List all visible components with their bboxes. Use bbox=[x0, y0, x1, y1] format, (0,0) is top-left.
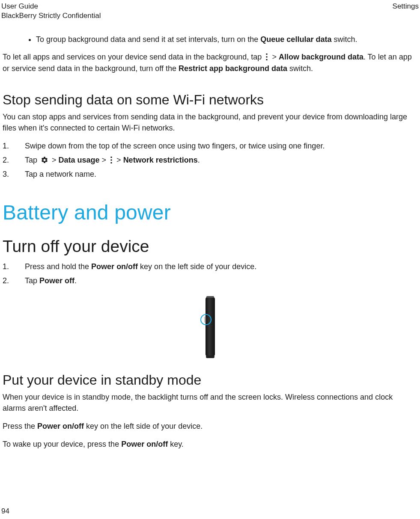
step-item: Swipe down from the top of the screen on… bbox=[3, 140, 417, 152]
highlight-circle-icon bbox=[200, 314, 211, 325]
svg-rect-3 bbox=[111, 157, 112, 158]
text: switch. bbox=[331, 35, 357, 44]
page-header: User Guide BlackBerry Strictly Confident… bbox=[1, 0, 419, 21]
text: > bbox=[114, 156, 123, 164]
text: To wake up your device, press the bbox=[3, 440, 121, 448]
text: To group background data and send it at … bbox=[36, 35, 260, 44]
bold-text: Allow background data bbox=[279, 53, 363, 61]
paragraph: You can stop apps and services from send… bbox=[3, 111, 417, 133]
text: . bbox=[198, 156, 200, 164]
header-section: Settings bbox=[393, 2, 419, 21]
steps-wifi: Swipe down from the top of the screen on… bbox=[3, 140, 417, 180]
step-item: Tap > Data usage > > Network restriction… bbox=[3, 154, 417, 166]
text: Press the bbox=[3, 422, 37, 430]
text: > bbox=[50, 156, 59, 164]
text: To let all apps and services on your dev… bbox=[3, 53, 264, 61]
text: key. bbox=[168, 440, 184, 448]
text: Tap bbox=[25, 276, 39, 285]
svg-rect-5 bbox=[111, 162, 112, 163]
bullet-list: To group background data and send it at … bbox=[3, 34, 417, 44]
paragraph: To let all apps and services on your dev… bbox=[3, 51, 417, 74]
bold-text: Network restrictions bbox=[123, 156, 198, 164]
svg-rect-4 bbox=[111, 159, 112, 160]
heading-battery: Battery and power bbox=[3, 201, 417, 224]
bullet-item: To group background data and send it at … bbox=[36, 34, 417, 44]
bold-text: Power on/off bbox=[121, 440, 168, 448]
header-title: User Guide bbox=[1, 2, 101, 11]
text: > bbox=[270, 53, 279, 61]
svg-rect-2 bbox=[266, 59, 268, 60]
page-number: 94 bbox=[1, 507, 9, 516]
heading-standby: Put your device in standby mode bbox=[3, 372, 417, 388]
text: > bbox=[100, 156, 109, 164]
more-vert-icon bbox=[110, 156, 113, 164]
text: switch. bbox=[287, 64, 313, 73]
text: key on the left side of your device. bbox=[138, 262, 256, 271]
heading-turn-off: Turn off your device bbox=[3, 237, 417, 256]
bold-text: Data usage bbox=[59, 156, 100, 164]
paragraph: To wake up your device, press the Power … bbox=[3, 439, 417, 450]
more-vert-icon bbox=[265, 53, 268, 61]
text: key on the left side of your device. bbox=[84, 422, 203, 430]
gear-icon bbox=[41, 156, 48, 164]
text: Tap bbox=[25, 156, 39, 164]
header-confidential: BlackBerry Strictly Confidential bbox=[1, 11, 101, 21]
step-item: Tap Power off. bbox=[3, 275, 417, 287]
bold-text: Restrict app background data bbox=[179, 64, 287, 73]
text: . bbox=[74, 276, 77, 285]
bold-text: Power off bbox=[39, 276, 74, 285]
svg-rect-0 bbox=[266, 53, 268, 55]
svg-rect-1 bbox=[266, 56, 268, 58]
step-item: Press and hold the Power on/off key on t… bbox=[3, 261, 417, 273]
text: Press and hold the bbox=[25, 262, 91, 271]
step-item: Tap a network name. bbox=[3, 169, 417, 180]
device-figure bbox=[3, 297, 417, 357]
bold-text: Queue cellular data bbox=[260, 35, 331, 44]
phone-side-view bbox=[206, 297, 215, 357]
bold-text: Power on/off bbox=[37, 422, 84, 430]
bold-text: Power on/off bbox=[91, 262, 138, 271]
steps-power: Press and hold the Power on/off key on t… bbox=[3, 261, 417, 287]
heading-stop-wifi: Stop sending data on some Wi-Fi networks bbox=[3, 92, 417, 108]
paragraph: When your device is in standby mode, the… bbox=[3, 391, 417, 414]
paragraph: Press the Power on/off key on the left s… bbox=[3, 421, 417, 432]
